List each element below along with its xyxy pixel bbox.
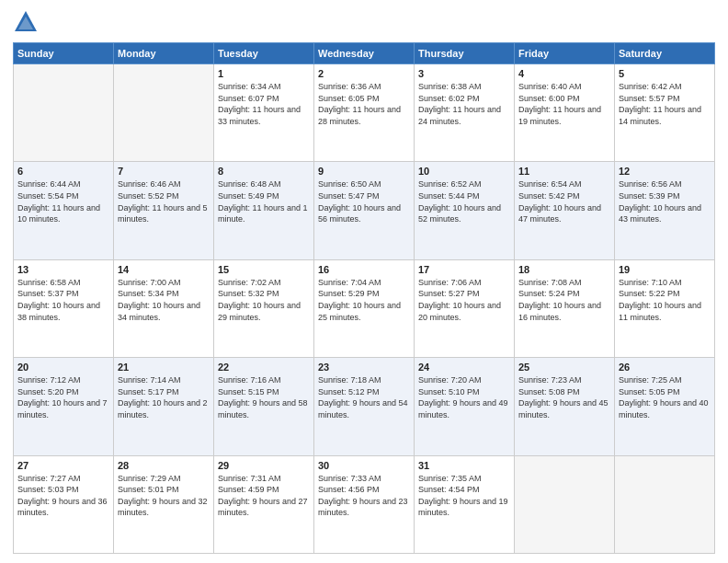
page: SundayMondayTuesdayWednesdayThursdayFrid…	[0, 0, 728, 563]
day-number: 21	[118, 362, 210, 373]
day-info: Sunrise: 7:06 AM Sunset: 5:27 PM Dayligh…	[418, 277, 510, 323]
day-number: 9	[318, 166, 410, 177]
day-number: 20	[17, 362, 109, 373]
day-cell: 9Sunrise: 6:50 AM Sunset: 5:47 PM Daylig…	[314, 162, 415, 259]
day-info: Sunrise: 6:46 AM Sunset: 5:52 PM Dayligh…	[118, 178, 210, 224]
day-number: 26	[619, 362, 711, 373]
day-number: 17	[418, 264, 510, 275]
logo-icon	[13, 9, 39, 35]
day-info: Sunrise: 7:25 AM Sunset: 5:05 PM Dayligh…	[619, 374, 711, 420]
day-cell: 22Sunrise: 7:16 AM Sunset: 5:15 PM Dayli…	[214, 358, 314, 455]
day-cell: 30Sunrise: 7:33 AM Sunset: 4:56 PM Dayli…	[314, 455, 415, 553]
day-cell: 24Sunrise: 7:20 AM Sunset: 5:10 PM Dayli…	[415, 358, 515, 455]
day-info: Sunrise: 6:38 AM Sunset: 6:02 PM Dayligh…	[418, 81, 510, 127]
day-cell: 15Sunrise: 7:02 AM Sunset: 5:32 PM Dayli…	[214, 259, 314, 357]
calendar-table: SundayMondayTuesdayWednesdayThursdayFrid…	[13, 42, 715, 554]
day-cell: 14Sunrise: 7:00 AM Sunset: 5:34 PM Dayli…	[114, 259, 214, 357]
day-cell: 7Sunrise: 6:46 AM Sunset: 5:52 PM Daylig…	[114, 162, 214, 259]
day-info: Sunrise: 6:52 AM Sunset: 5:44 PM Dayligh…	[418, 178, 510, 224]
day-info: Sunrise: 7:27 AM Sunset: 5:03 PM Dayligh…	[17, 473, 109, 519]
day-cell	[14, 64, 114, 162]
day-info: Sunrise: 7:00 AM Sunset: 5:34 PM Dayligh…	[118, 277, 210, 323]
day-cell: 3Sunrise: 6:38 AM Sunset: 6:02 PM Daylig…	[415, 64, 515, 162]
day-number: 5	[619, 68, 711, 79]
day-info: Sunrise: 7:35 AM Sunset: 4:54 PM Dayligh…	[418, 473, 510, 519]
day-cell: 5Sunrise: 6:42 AM Sunset: 5:57 PM Daylig…	[615, 64, 715, 162]
day-number: 6	[17, 166, 109, 177]
day-info: Sunrise: 7:08 AM Sunset: 5:24 PM Dayligh…	[518, 277, 610, 323]
day-cell	[515, 455, 615, 553]
day-info: Sunrise: 7:23 AM Sunset: 5:08 PM Dayligh…	[518, 374, 610, 420]
week-row-3: 13Sunrise: 6:58 AM Sunset: 5:37 PM Dayli…	[14, 259, 715, 357]
day-number: 14	[118, 264, 210, 275]
day-number: 18	[518, 264, 610, 275]
col-header-wednesday: Wednesday	[314, 43, 415, 64]
day-cell	[615, 455, 715, 553]
day-cell: 8Sunrise: 6:48 AM Sunset: 5:49 PM Daylig…	[214, 162, 314, 259]
day-info: Sunrise: 7:10 AM Sunset: 5:22 PM Dayligh…	[619, 277, 711, 323]
week-row-1: 1Sunrise: 6:34 AM Sunset: 6:07 PM Daylig…	[14, 64, 715, 162]
day-number: 13	[17, 264, 109, 275]
day-info: Sunrise: 7:31 AM Sunset: 4:59 PM Dayligh…	[218, 473, 310, 519]
header-row: SundayMondayTuesdayWednesdayThursdayFrid…	[14, 43, 715, 64]
day-info: Sunrise: 7:16 AM Sunset: 5:15 PM Dayligh…	[218, 374, 310, 420]
logo	[13, 9, 42, 35]
day-info: Sunrise: 7:20 AM Sunset: 5:10 PM Dayligh…	[418, 374, 510, 420]
day-cell: 16Sunrise: 7:04 AM Sunset: 5:29 PM Dayli…	[314, 259, 415, 357]
day-cell: 2Sunrise: 6:36 AM Sunset: 6:05 PM Daylig…	[314, 64, 415, 162]
day-info: Sunrise: 7:02 AM Sunset: 5:32 PM Dayligh…	[218, 277, 310, 323]
day-number: 12	[619, 166, 711, 177]
week-row-4: 20Sunrise: 7:12 AM Sunset: 5:20 PM Dayli…	[14, 358, 715, 455]
day-number: 16	[318, 264, 410, 275]
day-number: 28	[118, 460, 210, 471]
day-cell: 26Sunrise: 7:25 AM Sunset: 5:05 PM Dayli…	[615, 358, 715, 455]
day-number: 24	[418, 362, 510, 373]
day-cell	[114, 64, 214, 162]
col-header-monday: Monday	[114, 43, 214, 64]
day-cell: 31Sunrise: 7:35 AM Sunset: 4:54 PM Dayli…	[415, 455, 515, 553]
day-info: Sunrise: 7:04 AM Sunset: 5:29 PM Dayligh…	[318, 277, 410, 323]
week-row-5: 27Sunrise: 7:27 AM Sunset: 5:03 PM Dayli…	[14, 455, 715, 553]
day-number: 27	[17, 460, 109, 471]
day-info: Sunrise: 7:29 AM Sunset: 5:01 PM Dayligh…	[118, 473, 210, 519]
col-header-thursday: Thursday	[415, 43, 515, 64]
day-cell: 11Sunrise: 6:54 AM Sunset: 5:42 PM Dayli…	[515, 162, 615, 259]
day-number: 25	[518, 362, 610, 373]
col-header-tuesday: Tuesday	[214, 43, 314, 64]
col-header-saturday: Saturday	[615, 43, 715, 64]
day-cell: 13Sunrise: 6:58 AM Sunset: 5:37 PM Dayli…	[14, 259, 114, 357]
day-cell: 1Sunrise: 6:34 AM Sunset: 6:07 PM Daylig…	[214, 64, 314, 162]
day-number: 29	[218, 460, 310, 471]
day-number: 10	[418, 166, 510, 177]
day-number: 19	[619, 264, 711, 275]
day-cell: 23Sunrise: 7:18 AM Sunset: 5:12 PM Dayli…	[314, 358, 415, 455]
day-cell: 18Sunrise: 7:08 AM Sunset: 5:24 PM Dayli…	[515, 259, 615, 357]
day-number: 15	[218, 264, 310, 275]
day-number: 31	[418, 460, 510, 471]
day-info: Sunrise: 6:44 AM Sunset: 5:54 PM Dayligh…	[17, 178, 109, 224]
day-number: 23	[318, 362, 410, 373]
day-info: Sunrise: 7:14 AM Sunset: 5:17 PM Dayligh…	[118, 374, 210, 420]
col-header-sunday: Sunday	[14, 43, 114, 64]
day-info: Sunrise: 6:42 AM Sunset: 5:57 PM Dayligh…	[619, 81, 711, 127]
day-cell: 21Sunrise: 7:14 AM Sunset: 5:17 PM Dayli…	[114, 358, 214, 455]
header	[13, 9, 715, 35]
day-info: Sunrise: 7:18 AM Sunset: 5:12 PM Dayligh…	[318, 374, 410, 420]
day-cell: 20Sunrise: 7:12 AM Sunset: 5:20 PM Dayli…	[14, 358, 114, 455]
day-cell: 12Sunrise: 6:56 AM Sunset: 5:39 PM Dayli…	[615, 162, 715, 259]
day-cell: 19Sunrise: 7:10 AM Sunset: 5:22 PM Dayli…	[615, 259, 715, 357]
day-info: Sunrise: 6:48 AM Sunset: 5:49 PM Dayligh…	[218, 178, 310, 224]
day-info: Sunrise: 6:56 AM Sunset: 5:39 PM Dayligh…	[619, 178, 711, 224]
day-number: 4	[518, 68, 610, 79]
day-number: 2	[318, 68, 410, 79]
day-info: Sunrise: 6:40 AM Sunset: 6:00 PM Dayligh…	[518, 81, 610, 127]
day-info: Sunrise: 6:34 AM Sunset: 6:07 PM Dayligh…	[218, 81, 310, 127]
day-cell: 29Sunrise: 7:31 AM Sunset: 4:59 PM Dayli…	[214, 455, 314, 553]
day-number: 1	[218, 68, 310, 79]
day-cell: 28Sunrise: 7:29 AM Sunset: 5:01 PM Dayli…	[114, 455, 214, 553]
day-number: 3	[418, 68, 510, 79]
day-cell: 17Sunrise: 7:06 AM Sunset: 5:27 PM Dayli…	[415, 259, 515, 357]
day-number: 7	[118, 166, 210, 177]
day-info: Sunrise: 7:33 AM Sunset: 4:56 PM Dayligh…	[318, 473, 410, 519]
day-cell: 25Sunrise: 7:23 AM Sunset: 5:08 PM Dayli…	[515, 358, 615, 455]
